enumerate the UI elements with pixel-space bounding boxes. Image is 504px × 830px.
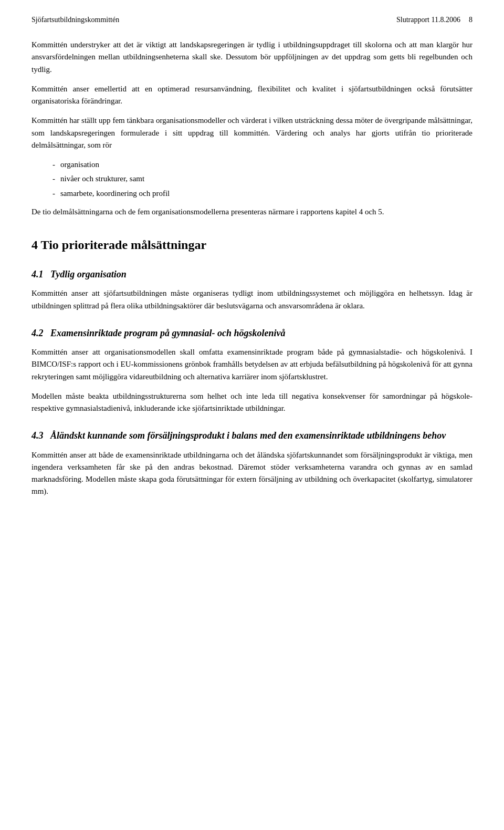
list-dash-3: - (52, 188, 55, 200)
list-item: - nivåer och strukturer, samt (52, 173, 472, 185)
page: Sjöfartsutbildningskommittén Slutrapport… (0, 0, 504, 830)
subsection-4-3-title: Åländskt kunnande som försäljningsproduk… (50, 430, 446, 441)
page-header: Sjöfartsutbildningskommittén Slutrapport… (32, 16, 472, 24)
bullet-list: - organisation - nivåer och strukturer, … (52, 159, 472, 200)
list-item: - organisation (52, 159, 472, 171)
subsection-4-2-p2: Modellen måste beakta utbildningsstruktu… (32, 390, 472, 415)
subsection-4-1-heading: 4.1 Tydlig organisation (32, 268, 472, 281)
list-item: - samarbete, koordinering och profil (52, 188, 472, 200)
header-title-left: Sjöfartsutbildningskommittén (32, 16, 119, 24)
paragraph-3: Kommittén har ställt upp fem tänkbara or… (32, 115, 472, 151)
report-title: Slutrapport 11.8.2006 (396, 16, 460, 24)
page-number: 8 (469, 16, 472, 24)
paragraph-2: Kommittén anser emellertid att en optime… (32, 83, 472, 108)
subsection-4-3-heading: 4.3 Åländskt kunnande som försäljningspr… (32, 429, 472, 442)
subsection-4-2-heading: 4.2 Examensinriktade program på gymnasia… (32, 327, 472, 340)
paragraph-4: De tio delmålsättningarna och de fem org… (32, 206, 472, 218)
subsection-4-1-p1: Kommittén anser att sjöfartsutbildningen… (32, 287, 472, 312)
subsection-4-3-number: 4.3 (32, 430, 44, 441)
subsection-4-3-p1: Kommittén anser att både de examensinrik… (32, 449, 472, 498)
paragraph-1: Kommittén understryker att det är viktig… (32, 39, 472, 76)
subsection-4-2-p1: Kommittén anser att organisationsmodelle… (32, 346, 472, 383)
subsection-4-2-title: Examensinriktade program på gymnasial- o… (50, 328, 286, 338)
list-dash-2: - (52, 173, 55, 185)
section-4-heading: 4 Tio prioriterade målsättningar (32, 237, 472, 253)
list-item-label-3: samarbete, koordinering och profil (60, 188, 170, 200)
list-item-label-2: nivåer och strukturer, samt (60, 173, 144, 185)
subsection-4-2-number: 4.2 (32, 328, 44, 338)
list-dash-1: - (52, 159, 55, 171)
subsection-4-1-title: Tydlig organisation (50, 269, 127, 279)
header-title-center: Slutrapport 11.8.2006 8 (396, 16, 472, 24)
list-item-label-1: organisation (60, 159, 99, 171)
subsection-4-1-number: 4.1 (32, 269, 44, 279)
